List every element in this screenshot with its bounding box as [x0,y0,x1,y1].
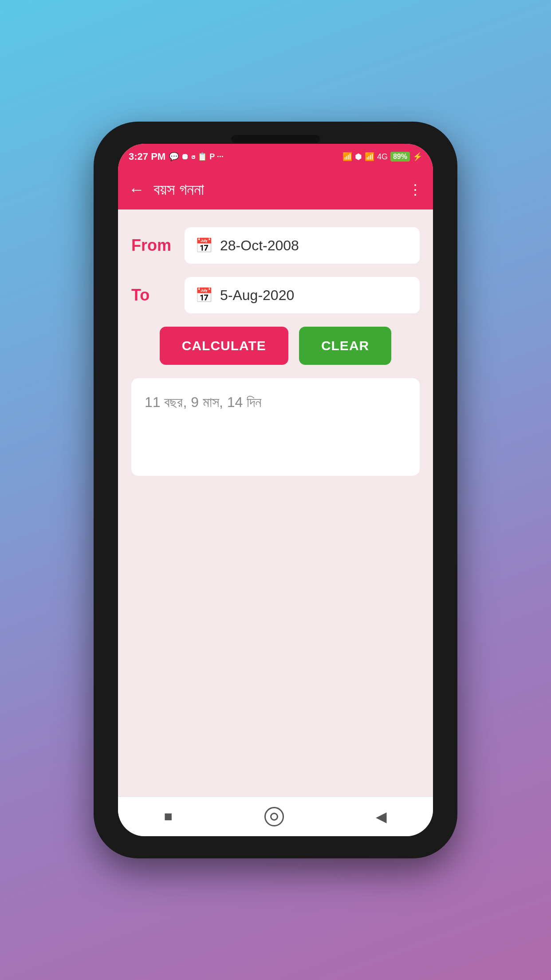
signal-icon: 📶 [365,152,374,162]
result-box: 11 বছর, 9 মাস, 14 দিন [131,378,420,476]
to-calendar-icon: 📅 [195,287,213,304]
app-title: বয়স গননা [153,180,408,199]
calculate-button[interactable]: CALCULATE [160,327,288,365]
app-bar: ← বয়স গননা ⋮ [118,170,433,209]
to-date-input[interactable]: 📅 5-Aug-2020 [185,277,420,313]
more-options-button[interactable]: ⋮ [408,181,422,198]
to-date-value: 5-Aug-2020 [220,287,294,304]
wifi-icon: 📶 [342,152,352,162]
status-bar: 3:27 PM 💬 ⏺ ↺ 📋 P ··· 📶 ⬢ 📶 4G 89% ⚡ [118,144,433,170]
from-date-value: 28-Oct-2008 [220,237,299,254]
network-icon: 4G [377,152,388,162]
nav-home-button[interactable] [264,807,284,826]
bluetooth-icon: ⬢ [355,152,362,162]
to-label: To [131,286,176,304]
nav-home-inner [270,813,278,821]
clear-button[interactable]: CLEAR [299,327,391,365]
to-date-row: To 📅 5-Aug-2020 [131,277,420,313]
battery-indicator: 89% [390,152,410,162]
nav-square-button[interactable]: ■ [164,808,173,825]
result-text: 11 বছর, 9 মাস, 14 দিন [145,394,261,410]
status-notification-dots: 💬 ⏺ ↺ 📋 P ··· [169,152,224,162]
charging-icon: ⚡ [413,152,422,162]
nav-bar: ■ ◀ [118,796,433,836]
from-label: From [131,236,176,255]
status-time: 3:27 PM [129,151,165,162]
phone-screen: 3:27 PM 💬 ⏺ ↺ 📋 P ··· 📶 ⬢ 📶 4G 89% ⚡ ← ব… [118,144,433,836]
status-right-icons: 📶 ⬢ 📶 4G 89% ⚡ [342,152,422,162]
buttons-row: CALCULATE CLEAR [131,327,420,365]
phone-frame: 3:27 PM 💬 ⏺ ↺ 📋 P ··· 📶 ⬢ 📶 4G 89% ⚡ ← ব… [94,122,457,858]
main-content: From 📅 28-Oct-2008 To 📅 5-Aug-2020 CALCU… [118,209,433,796]
from-date-row: From 📅 28-Oct-2008 [131,227,420,264]
status-time-area: 3:27 PM 💬 ⏺ ↺ 📋 P ··· [129,151,224,162]
back-button[interactable]: ← [129,180,145,199]
nav-back-button[interactable]: ◀ [376,808,387,825]
from-date-input[interactable]: 📅 28-Oct-2008 [185,227,420,264]
from-calendar-icon: 📅 [195,237,213,254]
